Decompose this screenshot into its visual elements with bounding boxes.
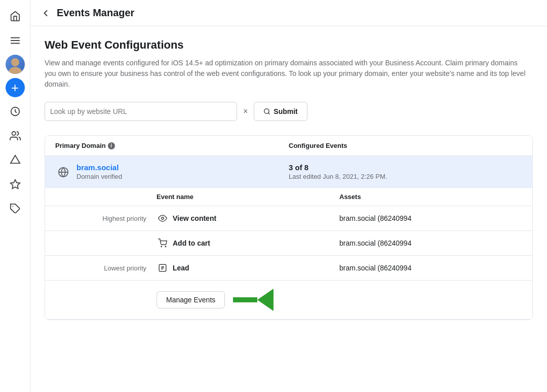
- sidebar-item-people[interactable]: [5, 126, 25, 146]
- svg-point-14: [162, 217, 164, 220]
- domain-col-1: bram.social Domain verified: [55, 163, 289, 180]
- search-icon: [263, 108, 270, 115]
- configured-date: Last edited Jun 8, 2021, 2:26 PM.: [289, 173, 522, 180]
- event-row-view-content: Highest priority View content bram.socia…: [45, 206, 532, 231]
- sidebar-item-star[interactable]: [5, 174, 25, 194]
- event-row-add-to-cart: Add to cart bram.social (86240994: [45, 231, 532, 256]
- events-section: Event name Assets Highest priority: [45, 188, 532, 320]
- sidebar-item-home[interactable]: [5, 6, 25, 26]
- sidebar-item-clock[interactable]: [5, 101, 25, 122]
- sidebar-item-menu[interactable]: [5, 30, 25, 51]
- svg-point-3: [11, 58, 19, 66]
- svg-point-16: [165, 246, 166, 247]
- event-assets-lead: bram.social (86240994: [339, 264, 522, 272]
- table-header: Primary Domain i Configured Events: [45, 136, 532, 156]
- domain-col-2: 3 of 8 Last edited Jun 8, 2021, 2:26 PM.: [289, 163, 522, 180]
- page-heading: Web Event Configurations: [45, 38, 533, 52]
- page-content-area: Web Event Configurations View and manage…: [30, 26, 547, 392]
- manage-events-button[interactable]: Manage Events: [157, 291, 225, 308]
- domain-row[interactable]: bram.social Domain verified 3 of 8 Last …: [45, 156, 532, 188]
- event-assets-view-content: bram.social (86240994: [339, 214, 522, 222]
- svg-marker-7: [10, 155, 19, 164]
- arrow-shaft: [233, 297, 257, 302]
- clear-button[interactable]: ×: [241, 105, 250, 118]
- svg-line-11: [268, 113, 270, 114]
- event-name-add-to-cart: Add to cart: [157, 237, 339, 249]
- main-content: Events Manager Web Event Configurations …: [30, 0, 547, 392]
- domain-name[interactable]: bram.social: [76, 163, 122, 172]
- domain-info: bram.social Domain verified: [76, 163, 122, 180]
- svg-point-15: [161, 246, 162, 247]
- col-configured-events: Configured Events: [289, 142, 522, 149]
- manage-section: Manage Events: [45, 281, 532, 319]
- priority-lowest: Lowest priority: [55, 264, 157, 272]
- arrow-indicator: [233, 289, 274, 311]
- event-name-view-content: View content: [157, 212, 339, 224]
- events-col-priority: [55, 193, 157, 201]
- svg-marker-8: [10, 180, 19, 188]
- sidebar-item-tag[interactable]: [5, 199, 25, 219]
- configured-count: 3 of 8: [289, 163, 522, 172]
- sidebar-item-graph[interactable]: [5, 150, 25, 170]
- sidebar-item-add[interactable]: +: [6, 78, 25, 97]
- svg-point-4: [9, 67, 22, 74]
- lead-icon: [157, 262, 169, 274]
- info-icon[interactable]: i: [108, 142, 115, 149]
- submit-button[interactable]: Submit: [254, 102, 307, 121]
- col-primary-domain: Primary Domain i: [55, 142, 289, 149]
- search-input[interactable]: [50, 107, 231, 115]
- back-button[interactable]: [41, 8, 51, 18]
- event-name-lead: Lead: [157, 262, 339, 274]
- event-row-lead: Lowest priority Lead: [45, 256, 532, 281]
- search-input-wrapper: [45, 102, 237, 121]
- page-description: View and manage events configured for iO…: [45, 58, 531, 90]
- svg-point-6: [12, 132, 15, 135]
- search-bar: × Submit: [45, 102, 533, 121]
- events-col-name: Event name: [157, 193, 339, 201]
- domain-status: Domain verified: [76, 173, 122, 180]
- events-header: Event name Assets: [45, 188, 532, 206]
- globe-icon: [55, 164, 71, 180]
- events-col-assets: Assets: [339, 193, 522, 201]
- event-assets-add-to-cart: bram.social (86240994: [339, 239, 522, 247]
- sidebar-item-avatar[interactable]: [6, 55, 25, 74]
- header: Events Manager: [30, 0, 547, 26]
- add-to-cart-icon: [157, 237, 169, 249]
- events-table: Primary Domain i Configured Events: [45, 135, 533, 320]
- header-title: Events Manager: [57, 7, 134, 19]
- green-arrow-icon: [257, 289, 274, 311]
- priority-highest: Highest priority: [55, 215, 157, 222]
- sidebar: +: [0, 0, 30, 392]
- view-content-icon: [157, 212, 169, 224]
